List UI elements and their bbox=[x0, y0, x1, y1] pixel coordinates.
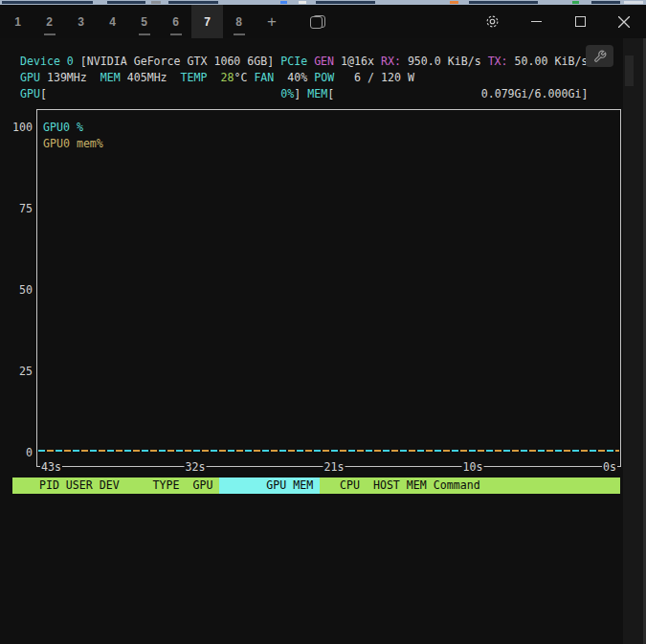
text-segment: [ bbox=[40, 87, 47, 100]
wrench-icon bbox=[593, 50, 607, 63]
background-window-fragment bbox=[450, 1, 458, 4]
close-button[interactable] bbox=[602, 5, 646, 38]
process-table-header: PID USER DEV TYPE GPU GPU MEM CPU HOST M… bbox=[12, 477, 620, 494]
text-segment: 40% bbox=[287, 71, 314, 84]
scrollbar[interactable] bbox=[623, 38, 643, 644]
chart-legend: GPU0 %GPU0 mem% bbox=[43, 120, 103, 152]
text-segment: MEM bbox=[307, 87, 327, 100]
legend-item: GPU0 mem% bbox=[43, 136, 103, 152]
maximize-button[interactable] bbox=[558, 5, 602, 38]
text-segment: 1@16x bbox=[341, 55, 381, 68]
text-segment: ] bbox=[581, 87, 588, 100]
background-window-fragment bbox=[168, 1, 218, 4]
background-window-fragment bbox=[624, 1, 643, 4]
text-segment: TX: bbox=[488, 55, 515, 68]
background-window-fragment bbox=[107, 1, 145, 4]
x-tick-label: 32s bbox=[185, 460, 207, 474]
utilization-chart: GPU0 %GPU0 mem% bbox=[36, 109, 621, 467]
y-tick-label: 25 bbox=[8, 365, 33, 378]
tab-underline bbox=[139, 33, 150, 35]
process-header-segment: PID USER DEV TYPE GPU bbox=[12, 477, 219, 494]
x-tick-label: 21s bbox=[323, 460, 345, 474]
device-info-line: Device 0 [NVIDIA GeForce GTX 1060 6GB] P… bbox=[20, 54, 588, 70]
text-segment: MEM bbox=[100, 71, 121, 84]
gpu-gauges-line: GPU[ 0%] MEM[ 0.079Gi/6.000Gi] bbox=[20, 86, 588, 102]
x-tick-label: 0s bbox=[602, 460, 617, 474]
text-segment: 139MHz bbox=[40, 71, 100, 84]
background-window-fragment bbox=[299, 1, 306, 4]
terminal-content: Device 0 [NVIDIA GeForce GTX 1060 6GB] P… bbox=[0, 38, 646, 644]
maximize-icon bbox=[575, 16, 586, 27]
gear-icon bbox=[484, 13, 501, 30]
chart-x-axis-labels: 43s32s21s10s0s bbox=[36, 460, 621, 474]
tab-label: 5 bbox=[141, 15, 147, 29]
tab-label: 1 bbox=[14, 15, 21, 29]
text-segment: ] bbox=[294, 87, 307, 100]
screen: 12345678 + bbox=[0, 0, 646, 644]
text-segment: FAN bbox=[254, 71, 287, 84]
tab-label: 2 bbox=[46, 15, 53, 29]
text-segment: POW bbox=[314, 71, 334, 84]
background-window-fragment bbox=[572, 1, 579, 4]
tab-7[interactable]: 7 bbox=[191, 5, 223, 38]
tab-label: 3 bbox=[78, 15, 84, 29]
chart-y-axis-labels: 1007550250 bbox=[0, 38, 33, 644]
close-icon bbox=[618, 16, 630, 28]
background-window-fragment bbox=[151, 1, 161, 4]
y-tick-label: 100 bbox=[8, 121, 33, 134]
background-window-fragment bbox=[316, 1, 375, 4]
legend-item: GPU0 % bbox=[43, 120, 103, 136]
minimize-icon bbox=[531, 21, 542, 22]
text-segment: 405MHz bbox=[121, 71, 181, 84]
scrollbar-thumb[interactable] bbox=[625, 56, 634, 86]
tab-bar: 12345678 bbox=[2, 5, 255, 38]
text-segment: PCIe bbox=[280, 55, 314, 68]
tab-switcher-icon bbox=[310, 15, 325, 29]
y-tick-label: 75 bbox=[8, 202, 33, 215]
background-window-fragment bbox=[591, 1, 620, 4]
wrench-button[interactable] bbox=[586, 45, 613, 67]
text-segment: GEN bbox=[314, 55, 341, 68]
tab-8[interactable]: 8 bbox=[223, 5, 255, 38]
new-tab-button[interactable]: + bbox=[255, 5, 289, 38]
tab-2[interactable]: 2 bbox=[33, 5, 65, 38]
tab-underline bbox=[170, 33, 182, 35]
titlebar: 12345678 + bbox=[0, 5, 646, 38]
text-segment: 28 bbox=[220, 71, 234, 84]
text-segment: 950.0 KiB/s bbox=[408, 55, 488, 68]
tab-5[interactable]: 5 bbox=[128, 5, 160, 38]
text-segment: 0% bbox=[280, 87, 294, 100]
y-tick-label: 50 bbox=[8, 283, 33, 297]
tab-3[interactable]: 3 bbox=[65, 5, 97, 38]
tab-underline bbox=[234, 33, 245, 35]
window-controls bbox=[470, 5, 646, 38]
text-segment: 50.00 KiB/s bbox=[515, 55, 589, 68]
tab-underline bbox=[44, 33, 56, 35]
tab-label: 6 bbox=[172, 15, 179, 29]
background-window-fragment bbox=[2, 1, 93, 4]
tab-label: 8 bbox=[235, 15, 242, 29]
tab-label: 7 bbox=[204, 15, 211, 29]
text-segment: TEMP bbox=[181, 71, 221, 84]
text-segment: 6 / 120 W bbox=[334, 71, 414, 84]
background-window-fragment bbox=[469, 1, 538, 4]
settings-button[interactable] bbox=[470, 5, 514, 38]
process-header-segment: GPU MEM bbox=[219, 477, 320, 494]
text-segment: 0.079Gi/6.000Gi bbox=[481, 87, 582, 100]
text-segment bbox=[47, 87, 280, 100]
tab-switcher-button[interactable] bbox=[301, 5, 335, 38]
minimize-button[interactable] bbox=[514, 5, 558, 38]
y-tick-label: 0 bbox=[8, 446, 33, 459]
gpu-stats-line: GPU 139MHz MEM 405MHz TEMP 28°C FAN 40% … bbox=[20, 70, 414, 86]
text-segment: RX: bbox=[381, 55, 408, 68]
tab-4[interactable]: 4 bbox=[97, 5, 128, 38]
x-tick-label: 10s bbox=[462, 460, 484, 474]
tab-6[interactable]: 6 bbox=[160, 5, 191, 38]
tab-label: 4 bbox=[109, 15, 116, 29]
text-segment bbox=[334, 87, 481, 100]
chart-series-line bbox=[38, 450, 619, 452]
x-tick-label: 43s bbox=[40, 460, 62, 474]
background-window-fragment bbox=[280, 1, 287, 4]
text-segment: [NVIDIA GeForce GTX 1060 6GB] bbox=[80, 55, 280, 68]
tab-1[interactable]: 1 bbox=[2, 5, 33, 38]
